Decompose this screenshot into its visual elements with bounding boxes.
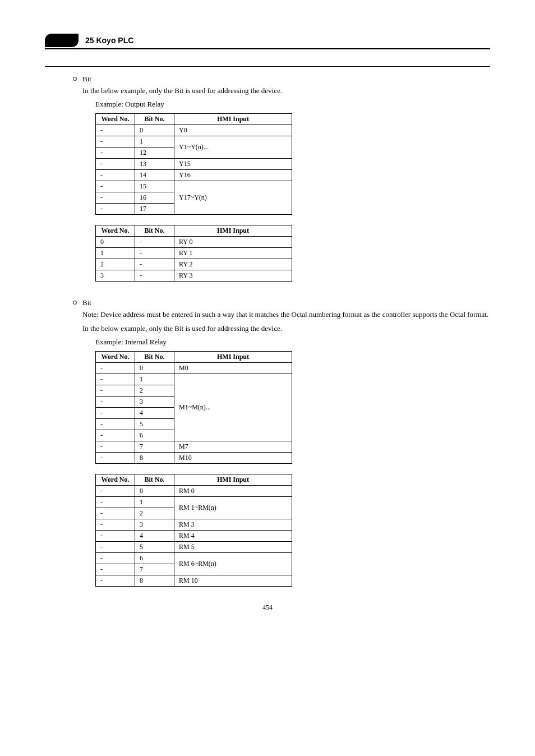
table-cell: M10 [174,452,292,463]
table-cell: 6 [135,552,174,564]
table-cell: - [96,169,135,181]
table-cell: 1 [96,247,135,259]
table-cell: 1 [135,136,174,147]
table-cell: RY 1 [174,247,292,259]
table-header: HMI Input [174,225,292,236]
table-cell: 4 [135,407,174,418]
table-row: - 1 Y1~Y(n)... [96,136,292,147]
table-cell: 7 [135,564,174,575]
table-header: Bit No. [135,351,174,362]
table-cell: - [135,236,174,247]
table-cell: - [96,441,135,452]
table-cell: - [96,158,135,169]
table-header: HMI Input [174,474,292,485]
table-cell: Y16 [174,169,292,181]
table-cell: 14 [135,169,174,181]
table-cell: M7 [174,441,292,452]
table-cell: 5 [135,541,174,552]
horizontal-rule [45,66,490,67]
table-header: HMI Input [174,113,292,125]
header-badge-shape [45,34,79,47]
table-output-relay-reg: Word No. Bit No. HMI Input 0 - RY 0 1 - … [95,225,292,282]
table-cell: - [135,270,174,281]
table-cell: - [96,407,135,418]
table-cell: RM 0 [174,485,292,496]
table-row: - 7 M7 [96,441,292,452]
table-row: - 0 Y0 [96,125,292,136]
table-cell: 3 [135,519,174,530]
table-header-row: Word No. Bit No. HMI Input [96,113,292,125]
table-cell: 8 [135,575,174,586]
table-row: - 8 RM 10 [96,575,292,586]
table-cell: 2 [135,385,174,396]
table-cell: RM 6~RM(n) [174,552,292,575]
table-cell: 13 [135,158,174,169]
table-cell: RM 10 [174,575,292,586]
table-row: - 13 Y15 [96,158,292,169]
table-cell: - [96,430,135,441]
table-header: Word No. [96,351,135,362]
bullet-item: Bit [73,75,490,84]
table-internal-relay-reg: Word No. Bit No. HMI Input - 0 RM 0 - 1 … [95,474,292,587]
header-title: 25 Koyo PLC [85,36,133,45]
table-row: - 0 RM 0 [96,485,292,496]
table-cell: RY 3 [174,270,292,281]
table-cell: 2 [96,259,135,270]
table-cell: 4 [135,530,174,541]
circle-bullet-icon [73,301,77,305]
table-header: Word No. [96,474,135,485]
table-row: 0 - RY 0 [96,236,292,247]
table-row: - 1 M1~M(n)... [96,374,292,385]
section-description: In the below example, only the Bit is us… [82,324,490,334]
table-cell: Y1~Y(n)... [174,136,292,158]
table-header-row: Word No. Bit No. HMI Input [96,351,292,362]
table-cell: 0 [96,236,135,247]
table-header-row: Word No. Bit No. HMI Input [96,225,292,236]
table-cell: - [135,247,174,259]
table-cell: - [96,125,135,136]
table-row: - 15 Y17~Y(n) [96,181,292,192]
bullet-item: Bit [73,298,490,307]
table-cell: Y17~Y(n) [174,181,292,214]
example-label: Example: Internal Relay [95,338,490,347]
table-cell: - [96,192,135,203]
table-cell: - [96,452,135,463]
table-cell: - [96,181,135,192]
table-cell: 8 [135,452,174,463]
table-cell: RM 5 [174,541,292,552]
table-cell: - [96,203,135,214]
table-cell: - [96,362,135,374]
table-row: - 14 Y16 [96,169,292,181]
table-cell: - [135,259,174,270]
table-cell: 1 [135,374,174,385]
table-cell: M0 [174,362,292,374]
table-header-row: Word No. Bit No. HMI Input [96,474,292,485]
table-cell: 6 [135,430,174,441]
table-cell: Y0 [174,125,292,136]
table-header: Bit No. [135,474,174,485]
table-header: Bit No. [135,113,174,125]
table-row: - 4 RM 4 [96,530,292,541]
table-cell: 17 [135,203,174,214]
table-cell: - [96,385,135,396]
table-row: 2 - RY 2 [96,259,292,270]
table-internal-relay: Word No. Bit No. HMI Input - 0 M0 - 1 M1… [95,351,292,464]
table-header: Bit No. [135,225,174,236]
table-cell: 15 [135,181,174,192]
table-cell: - [96,147,135,158]
table-row: 3 - RY 3 [96,270,292,281]
table-cell: 5 [135,418,174,430]
table-output-relay: Word No. Bit No. HMI Input - 0 Y0 - 1 Y1… [95,113,292,215]
page-header: 25 Koyo PLC [45,34,490,49]
bullet-label: Bit [82,75,490,84]
table-cell: RM 4 [174,530,292,541]
table-cell: - [96,485,135,496]
section-description: In the below example, only the Bit is us… [82,86,490,96]
example-label: Example: Output Relay [95,100,490,109]
section-bit-internal: Bit Note: Device address must be entered… [45,298,490,587]
table-cell: Y15 [174,158,292,169]
table-cell: - [96,418,135,430]
section-note: Note: Device address must be entered in … [82,310,490,320]
table-cell: 12 [135,147,174,158]
section-bit-output: Bit In the below example, only the Bit i… [45,75,490,282]
